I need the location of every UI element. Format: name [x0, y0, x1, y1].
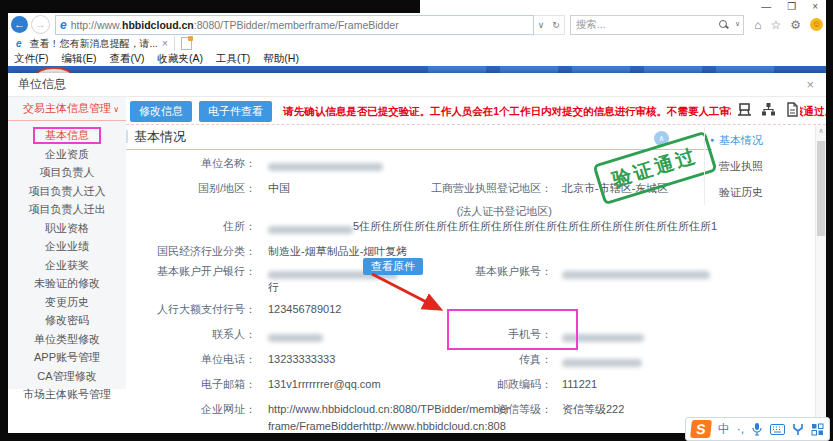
sidebar-item-enterprise-awards[interactable]: 企业获奖: [8, 256, 126, 275]
scrollbar-thumb[interactable]: [817, 141, 825, 236]
sidebar-item-change-history[interactable]: 变更历史: [8, 293, 126, 312]
refresh-icon[interactable]: ↻: [548, 20, 564, 30]
country-value: 中国: [268, 180, 290, 196]
address-bar[interactable]: e http://www.hbbidcloud.cn:8080/TPBidder…: [55, 15, 534, 35]
sidebar-item-app-account[interactable]: APP账号管理: [8, 348, 126, 367]
modify-info-button[interactable]: 修改信息: [130, 101, 192, 122]
search-placeholder: 搜索...: [576, 18, 606, 32]
unit-name-value: [268, 155, 383, 171]
menu-favorites[interactable]: 收藏夹(A): [157, 52, 203, 66]
url-dropdown-icon[interactable]: ∨: [534, 20, 549, 30]
grid-menu-icon[interactable]: [811, 423, 824, 436]
address-value: 5住所住所住所住所住所住所住所住所住所住所住所住所住所住所住所住所1: [268, 218, 717, 234]
mobile-highlight-box: [447, 309, 578, 350]
minimize-button[interactable]: —: [761, 1, 771, 12]
industry-label: 国民经济行业分类：: [126, 243, 256, 259]
contact-value: [268, 326, 323, 342]
fax-value: [562, 351, 642, 367]
contact-label: 联系人：: [126, 326, 256, 342]
active-bullet-icon: ●: [710, 127, 714, 153]
modal-title-text: 单位信息: [18, 77, 66, 91]
modal-close-icon[interactable]: ×: [806, 73, 814, 96]
document-icon[interactable]: [785, 102, 800, 117]
menu-edit[interactable]: 编辑(E): [61, 52, 96, 66]
anchor-business-license[interactable]: 营业执照: [719, 153, 814, 179]
sidebar-item-change-password[interactable]: 修改密码: [8, 311, 126, 330]
sidebar-item-unit-type-change[interactable]: 单位类型修改: [8, 330, 126, 349]
anchor-verification-history[interactable]: 验证历史: [719, 179, 814, 205]
menu-tools[interactable]: 工具(T): [216, 52, 250, 66]
sidebar-group-title[interactable]: 交易主体信息管理 ∨: [8, 97, 126, 121]
settings-gear-icon[interactable]: ⚙: [790, 18, 801, 32]
menu-file[interactable]: 文件(F): [14, 52, 48, 66]
browser-tab[interactable]: e 查看！您有新消息提醒，请... ×: [10, 36, 175, 51]
pay-no-value: 123456789012: [268, 301, 341, 317]
chevron-down-icon: ∨: [113, 98, 119, 121]
row-bank-line2: 行: [126, 279, 279, 295]
bank-label: 基本账户开户银行：: [126, 263, 256, 279]
forward-button[interactable]: →: [31, 15, 50, 34]
search-icon[interactable]: [719, 20, 727, 28]
toolbar: 修改信息 电子件查看 请先确认信息是否已提交验证。工作人员会在1个工作日内对提交…: [126, 97, 826, 125]
search-input[interactable]: 搜索... ∨: [570, 15, 744, 35]
window-controls: — ❐ ×: [761, 1, 818, 12]
browser-window: — ❐ × ← → e http://www.hbbidcloud.cn:808…: [8, 0, 826, 433]
ime-logo[interactable]: S: [690, 420, 712, 438]
unit-name-label: 单位名称：: [126, 155, 256, 171]
org-chart-icon[interactable]: [761, 102, 776, 117]
credit-value: 资信等级222: [562, 401, 624, 417]
sidebar-item-project-leader[interactable]: 项目负责人: [8, 163, 126, 182]
redacted-value: [562, 271, 710, 279]
ime-toolbar: S 中 ·,: [685, 417, 830, 441]
email-label: 电子邮箱：: [126, 376, 256, 392]
browser-navbar: ← → e http://www.hbbidcloud.cn:8080/TPBi…: [8, 13, 826, 36]
row-country: 国别/地区： 中国 工商营业执照登记地区： 北京市-市辖区-东城区: [126, 180, 290, 196]
sidebar-item-professional-qualification[interactable]: 职业资格: [8, 219, 126, 238]
sidebar-item-enterprise-performance[interactable]: 企业业绩: [8, 237, 126, 256]
search-dropdown-icon[interactable]: ∨: [735, 20, 740, 28]
anchor-basic-info[interactable]: ●基本情况: [719, 127, 814, 153]
ime-language-toggle[interactable]: 中: [718, 419, 730, 439]
row-contact: 联系人： 手机号：: [126, 326, 323, 342]
legal-region-note: (法人证书登记地区): [426, 203, 552, 219]
country-label: 国别/地区：: [126, 180, 256, 196]
ime-punctuation-toggle[interactable]: ·,: [737, 419, 744, 439]
content-panel: 修改信息 电子件查看 请先确认信息是否已提交验证。工作人员会在1个工作日内对提交…: [126, 97, 826, 433]
feedback-smiley-icon[interactable]: ☺: [810, 18, 823, 31]
content-scrollbar[interactable]: ∧: [815, 125, 826, 433]
back-button[interactable]: ←: [11, 16, 28, 33]
maximize-button[interactable]: ❐: [787, 1, 796, 12]
scroll-up-icon[interactable]: ∧: [816, 127, 826, 135]
podium-people-icon[interactable]: [737, 102, 752, 117]
sidebar-item-enterprise-qualification[interactable]: 企业资质: [8, 145, 126, 164]
sidebar-item-basic-info[interactable]: 基本信息: [8, 126, 126, 145]
menu-view[interactable]: 查看(V): [109, 52, 144, 66]
row-address: 住所： 5住所住所住所住所住所住所住所住所住所住所住所住所住所住所住所住所1: [126, 218, 717, 234]
tab-bar: e 查看！您有新消息提醒，请... ×: [8, 36, 826, 51]
close-window-button[interactable]: ×: [812, 1, 818, 12]
e-file-view-button[interactable]: 电子件查看: [199, 101, 272, 122]
new-tab-button[interactable]: [181, 37, 192, 50]
address-bar-controls: ∨ ↻: [534, 15, 565, 35]
pay-no-label: 人行大额支付行号：: [126, 301, 256, 317]
unit-info-modal: 单位信息 × 交易主体信息管理 ∨ 基本信息 企业资质 项目负责人: [8, 73, 826, 433]
sidebar-item-ca-management[interactable]: CA管理修改: [8, 367, 126, 386]
keyboard-icon[interactable]: [770, 424, 785, 435]
wrench-icon[interactable]: [792, 423, 804, 436]
sidebar-item-unverified-changes[interactable]: 未验证的修改: [8, 274, 126, 293]
home-icon[interactable]: ⌂: [754, 18, 761, 32]
redacted-value: [268, 334, 323, 342]
phone-value: 13233333333: [268, 351, 335, 367]
bank-label-spacer: [126, 279, 256, 295]
email-value: 131v1rrrrrrrer@qq.com: [268, 376, 381, 392]
favorites-star-icon[interactable]: ☆: [770, 18, 781, 32]
section-header-basic-info: 基本情况: [126, 125, 712, 150]
sidebar-item-market-entity-account[interactable]: 市场主体账号管理: [8, 385, 126, 404]
menu-help[interactable]: 帮助(H): [263, 52, 299, 66]
microphone-icon[interactable]: [751, 422, 763, 436]
sidebar-item-leader-transfer-out[interactable]: 项目负责人迁出: [8, 200, 126, 219]
window-titlebar: — ❐ ×: [8, 0, 826, 13]
website-label: 企业网址：: [126, 401, 256, 417]
tab-close-icon[interactable]: ×: [162, 38, 168, 49]
sidebar-item-leader-transfer-in[interactable]: 项目负责人迁入: [8, 182, 126, 201]
